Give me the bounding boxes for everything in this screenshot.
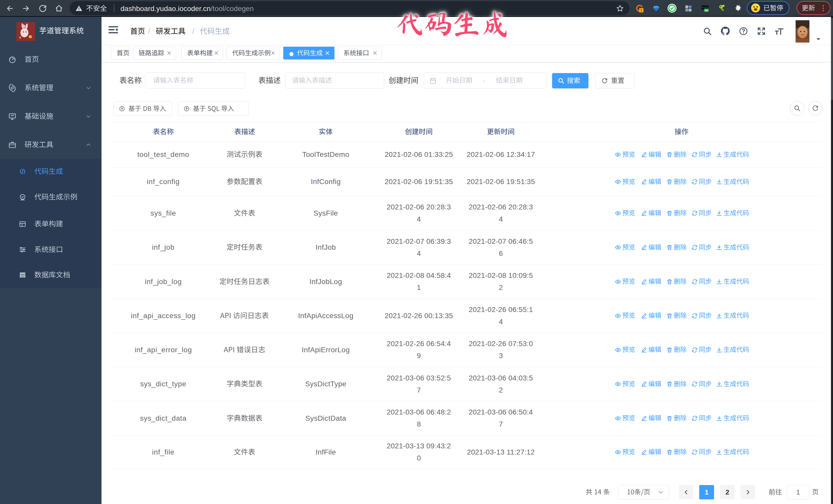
svg-text:on: on [705,9,708,12]
svg-text:1: 1 [640,8,642,12]
